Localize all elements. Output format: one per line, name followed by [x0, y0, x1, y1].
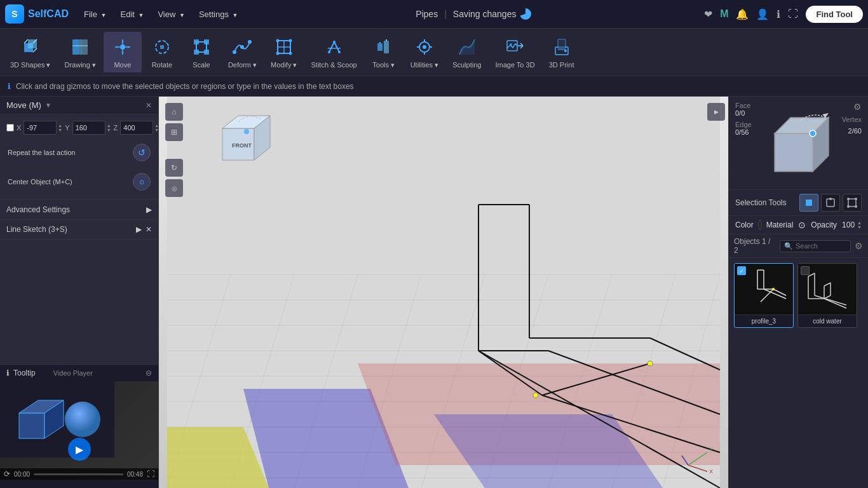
panel-spacer: [0, 240, 158, 364]
progress-bar[interactable]: [34, 473, 123, 475]
select-vertex-button[interactable]: [843, 194, 862, 212]
svg-point-87: [648, 361, 653, 366]
opacity-control: 100 ▲▼: [842, 220, 862, 229]
tool-label-move: Move: [114, 61, 131, 69]
tooltip-collapse-icon[interactable]: ⊖: [146, 369, 152, 377]
tooltip-panel: ℹ Tooltip Video Player ⊖: [0, 364, 158, 488]
object-card-profile3[interactable]: ✓ profile_3: [734, 263, 794, 328]
y-spinner[interactable]: ▲▼: [107, 123, 111, 132]
modify-icon: [273, 36, 295, 58]
viewport[interactable]: Y X ⌂ ⊞ ↻ ◎ FRONT: [159, 97, 728, 488]
tooltip-header: ℹ Tooltip Video Player ⊖: [0, 365, 158, 381]
repeat-label: Repeat the last action: [8, 149, 75, 156]
view-cube-widget[interactable]: FRONT: [203, 106, 280, 170]
tool-move[interactable]: Move: [104, 32, 142, 72]
select-face-button[interactable]: [799, 194, 818, 212]
tool-stitch-scoop[interactable]: Stitch & Scoop: [304, 32, 363, 72]
info-icon[interactable]: ℹ: [776, 8, 780, 20]
tool-scale[interactable]: Scale: [182, 32, 220, 72]
fullscreen-video-icon[interactable]: ⛶: [147, 470, 154, 478]
panel-close-button[interactable]: ✕: [146, 101, 152, 110]
utilities-icon: [413, 36, 436, 58]
search-box[interactable]: 🔍: [780, 240, 851, 252]
svg-rect-6: [79, 39, 83, 55]
x-checkbox[interactable]: [6, 124, 14, 132]
tool-rotate[interactable]: Rotate: [143, 32, 181, 72]
material-icon[interactable]: ⊙: [798, 220, 806, 230]
tool-sculpting[interactable]: Sculpting: [446, 32, 487, 72]
panel-dropdown-arrow[interactable]: ▼: [45, 102, 51, 109]
tool-deform[interactable]: Deform ▾: [222, 32, 263, 73]
repeat-button[interactable]: ↺: [133, 144, 151, 161]
color-picker[interactable]: [759, 220, 761, 230]
svg-point-29: [333, 41, 336, 43]
line-sketch-close[interactable]: ✕: [146, 225, 152, 234]
menu-edit[interactable]: Edit ▼: [116, 7, 149, 22]
panel-title: Move (M) ▼: [6, 100, 51, 110]
advanced-settings-row[interactable]: Advanced Settings ▶: [0, 200, 158, 220]
line-sketch-play[interactable]: ▶: [136, 225, 142, 234]
menu-view[interactable]: View ▼: [153, 7, 189, 22]
search-input[interactable]: [796, 242, 846, 250]
tool-3d-print[interactable]: 3D Print: [543, 32, 581, 72]
menu-file[interactable]: File ▼: [79, 7, 111, 22]
svg-rect-33: [384, 41, 389, 53]
logo-text: SelfCAD: [28, 8, 69, 20]
tooltip-title: ℹ Tooltip Video Player: [6, 369, 93, 377]
line-sketch-label: Line Sketch (3+S): [6, 225, 67, 234]
fullscreen-icon[interactable]: ⛶: [788, 8, 798, 20]
home-nav-button[interactable]: ⌂: [165, 103, 183, 121]
tool-label-3d-print: 3D Print: [549, 61, 574, 69]
vertex-value: 2/60: [848, 127, 862, 135]
tool-tools[interactable]: Tools ▾: [365, 32, 403, 73]
share-icon[interactable]: ❤: [704, 8, 712, 20]
svg-point-110: [855, 198, 857, 200]
opacity-spinner[interactable]: ▲▼: [857, 220, 862, 229]
object-card-coldwater[interactable]: cold water: [797, 263, 857, 328]
tool-image-to-3d[interactable]: Image To 3D: [489, 32, 541, 72]
tool-modify[interactable]: Modify ▾: [264, 32, 303, 73]
svg-point-30: [328, 51, 330, 53]
move-controls: X ▲▼ Y ▲▼ Z ▲▼ Repeat the last action ↺ …: [0, 114, 158, 200]
app-logo[interactable]: S SelfCAD: [5, 4, 69, 24]
main-toolbar: 3D Shapes ▾ Drawing ▾ Move: [0, 29, 868, 76]
tool-label-tools: Tools ▾: [372, 61, 395, 69]
panel-header: Move (M) ▼ ✕: [0, 97, 158, 114]
objects-settings-button[interactable]: ⚙: [855, 241, 863, 251]
shape-preview: [752, 102, 842, 184]
svg-rect-7: [83, 39, 88, 55]
tool-3d-shapes[interactable]: 3D Shapes ▾: [4, 32, 57, 73]
object-label-coldwater: cold water: [798, 315, 857, 327]
collapse-right-button[interactable]: ▶: [707, 103, 725, 121]
find-tool-button[interactable]: Find Tool: [806, 6, 863, 23]
rotate-view-button[interactable]: ↻: [165, 159, 183, 177]
menu-settings[interactable]: Settings ▼: [194, 7, 243, 22]
tool-utilities[interactable]: Utilities ▾: [404, 32, 445, 73]
title-center: Pipes | Saving changes: [247, 8, 700, 20]
m-icon[interactable]: M: [720, 8, 728, 20]
zoom-button[interactable]: ◎: [165, 179, 183, 197]
rewind-icon[interactable]: ⟳: [4, 470, 10, 478]
x-input[interactable]: [24, 121, 57, 135]
y-input[interactable]: [72, 121, 105, 135]
viewport-right-controls: ▶: [707, 103, 725, 121]
opacity-value: 100: [842, 220, 855, 229]
z-input[interactable]: [120, 121, 153, 135]
fit-nav-button[interactable]: ⊞: [165, 123, 183, 141]
svg-point-31: [338, 51, 341, 53]
video-controls: ⟳ 00:00 00:48 ⛶: [0, 468, 158, 480]
play-button[interactable]: ▶: [68, 438, 91, 461]
x-spinner[interactable]: ▲▼: [58, 123, 62, 132]
user-icon[interactable]: 👤: [756, 8, 769, 20]
total-time: 00:48: [127, 471, 143, 478]
video-thumbnail: [0, 381, 158, 480]
settings-gear-button[interactable]: ⚙: [853, 102, 862, 112]
svg-rect-13: [160, 45, 164, 49]
rotate-icon: [151, 36, 173, 58]
move-icon: [111, 36, 134, 58]
tool-drawing[interactable]: Drawing ▾: [58, 32, 102, 73]
select-edge-button[interactable]: [821, 194, 840, 212]
notification-icon[interactable]: 🔔: [736, 8, 749, 20]
center-button[interactable]: ⊙: [133, 173, 151, 191]
line-sketch-row[interactable]: Line Sketch (3+S) ▶ ✕: [0, 220, 158, 240]
